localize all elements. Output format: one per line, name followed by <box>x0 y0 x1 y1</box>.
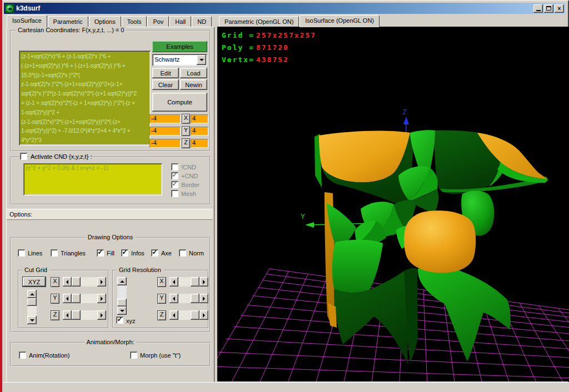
grid-res-x-thumb[interactable] <box>191 277 199 287</box>
morph-checkbox[interactable] <box>130 351 137 359</box>
tab-isosurface[interactable]: IsoSurface <box>7 15 47 27</box>
cut-grid-x-scrollbar[interactable] <box>63 277 106 287</box>
cut-grid-x-thumb[interactable] <box>72 277 81 287</box>
arrow-left-icon[interactable] <box>169 294 178 303</box>
edit-button[interactable]: Edit <box>152 68 179 78</box>
grid-res-vertical-scrollbar[interactable] <box>117 277 127 315</box>
minimize-button[interactable] <box>533 4 543 13</box>
y-max-input[interactable]: 4 <box>191 127 208 135</box>
grid-res-z-track[interactable] <box>178 310 191 320</box>
lines-checkbox[interactable] <box>18 249 25 257</box>
options-bar[interactable]: Options: <box>7 209 213 220</box>
arrow-up-icon[interactable] <box>117 277 127 285</box>
triangles-label: Triangles <box>61 250 86 257</box>
grid-res-y-scrollbar[interactable] <box>169 294 208 303</box>
cut-grid-xyz-button[interactable]: XYZ <box>22 277 46 287</box>
grid-res-vscroll-thumb[interactable] <box>117 299 127 306</box>
compute-button[interactable]: Compute <box>152 93 207 112</box>
x-max-input[interactable]: 4 <box>191 114 208 123</box>
newin-button[interactable]: Newin <box>180 79 207 90</box>
arrow-right-icon[interactable] <box>97 310 106 320</box>
x-axis-button[interactable]: X <box>182 114 190 124</box>
grid-res-x-track[interactable] <box>178 277 191 287</box>
activate-cnd-checkbox[interactable] <box>20 153 27 160</box>
plus-cnd-checkbox[interactable] <box>171 172 178 179</box>
y-min-input[interactable]: -4 <box>149 127 181 135</box>
tab-parametric[interactable]: Parametric <box>48 16 88 27</box>
grid-res-x-button[interactable]: X <box>157 277 166 287</box>
arrow-left-icon[interactable] <box>63 277 72 287</box>
y-axis-button[interactable]: Y <box>182 126 190 136</box>
isosurface-panel: Cartesian Coordinates: F(x,y,z,t, ...) =… <box>6 27 214 383</box>
3d-viewport[interactable]: Z Y <box>217 27 569 381</box>
cut-grid-vscroll-thumb[interactable] <box>27 298 37 306</box>
cut-grid-x-track[interactable] <box>81 277 97 287</box>
triangles-checkbox[interactable] <box>51 249 58 257</box>
grid-res-z-thumb[interactable] <box>191 310 199 320</box>
arrow-right-icon[interactable] <box>97 277 106 287</box>
border-checkbox[interactable] <box>171 181 178 188</box>
grid-res-y-button[interactable]: Y <box>157 294 166 304</box>
z-axis-button[interactable]: Z <box>182 138 190 148</box>
x-min-input[interactable]: -4 <box>149 114 181 123</box>
grid-res-z-button[interactable]: Z <box>157 310 166 320</box>
close-button[interactable]: × <box>555 4 564 13</box>
cut-grid-z-button[interactable]: Z <box>51 310 59 320</box>
grid-res-z-scrollbar[interactable] <box>169 310 208 320</box>
tab-pov[interactable]: Pov <box>147 16 169 27</box>
anim-rotation-checkbox[interactable] <box>19 351 26 359</box>
load-button[interactable]: Load <box>180 68 207 78</box>
arrow-left-icon[interactable] <box>63 310 72 320</box>
arrow-right-icon[interactable] <box>199 310 208 320</box>
arrow-up-icon[interactable] <box>27 290 37 298</box>
tab-hall[interactable]: Hall <box>169 16 191 27</box>
arrow-down-icon[interactable] <box>117 306 127 315</box>
vertex-info: Vertx=438752 <box>222 56 316 68</box>
anim-rotation-label: Anim(Rotation) <box>29 352 69 359</box>
grid-res-x-scrollbar[interactable] <box>169 277 208 287</box>
tab-isosurface-opengl[interactable]: IsoSurface (OpenGL ON) <box>300 15 380 27</box>
grid-res-xyz-checkbox[interactable] <box>116 316 123 324</box>
tab-nd[interactable]: ND <box>192 16 212 27</box>
cnd-condition-input[interactable]: (x^2 + y^2 > 0.05) & ( x+y+z > -1) <box>23 163 162 195</box>
cut-grid-vertical-scrollbar[interactable] <box>27 290 37 324</box>
cut-grid-z-thumb[interactable] <box>72 310 81 320</box>
tab-parametric-opengl[interactable]: Parametric (OpenGL ON) <box>219 16 299 27</box>
tab-options[interactable]: Options <box>89 16 121 27</box>
arrow-right-icon[interactable] <box>97 294 106 303</box>
arrow-down-icon[interactable] <box>27 316 37 324</box>
arrow-right-icon[interactable] <box>199 294 208 303</box>
clear-button[interactable]: Clear <box>152 79 179 90</box>
cut-grid-vscroll-track[interactable] <box>27 306 37 316</box>
grid-res-y-track[interactable] <box>178 294 191 303</box>
z-max-input[interactable]: 4 <box>191 139 208 148</box>
cut-grid-z-scrollbar[interactable] <box>63 310 106 320</box>
grid-res-y-thumb[interactable] <box>191 294 199 303</box>
combo-dropdown-button[interactable] <box>197 55 206 65</box>
cut-grid-y-thumb[interactable] <box>72 294 81 303</box>
fill-checkbox[interactable] <box>97 249 104 257</box>
cut-grid-z-track[interactable] <box>81 310 97 320</box>
cut-grid-y-scrollbar[interactable] <box>63 294 106 303</box>
cut-grid-y-track[interactable] <box>81 294 97 303</box>
axe-checkbox[interactable] <box>151 249 158 257</box>
grid-res-vscroll-track[interactable] <box>117 285 127 299</box>
mesh-checkbox[interactable] <box>171 190 178 197</box>
infos-checkbox[interactable] <box>121 249 128 257</box>
title-bar[interactable]: k3dsurf × <box>4 3 565 14</box>
example-select[interactable]: Schwartz <box>152 54 207 66</box>
norm-checkbox[interactable] <box>179 249 186 257</box>
cut-grid-y-button[interactable]: Y <box>51 294 59 304</box>
arrow-left-icon[interactable] <box>63 294 72 303</box>
formula-input[interactable]: (z-1+sqrt(2)*x)^6 + (z-1-sqrt(2)*x )^6 +… <box>19 51 151 145</box>
cut-grid-x-button[interactable]: X <box>51 277 59 287</box>
arrow-right-icon[interactable] <box>199 277 208 287</box>
poly-info-label: Poly = <box>222 43 254 52</box>
not-cnd-checkbox[interactable] <box>171 163 178 170</box>
z-min-input[interactable]: -4 <box>149 139 181 148</box>
tab-tools[interactable]: Tools <box>122 16 147 27</box>
arrow-left-icon[interactable] <box>169 310 178 320</box>
examples-button[interactable]: Examples <box>152 41 207 52</box>
maximize-button[interactable] <box>544 4 553 13</box>
arrow-left-icon[interactable] <box>169 277 178 287</box>
